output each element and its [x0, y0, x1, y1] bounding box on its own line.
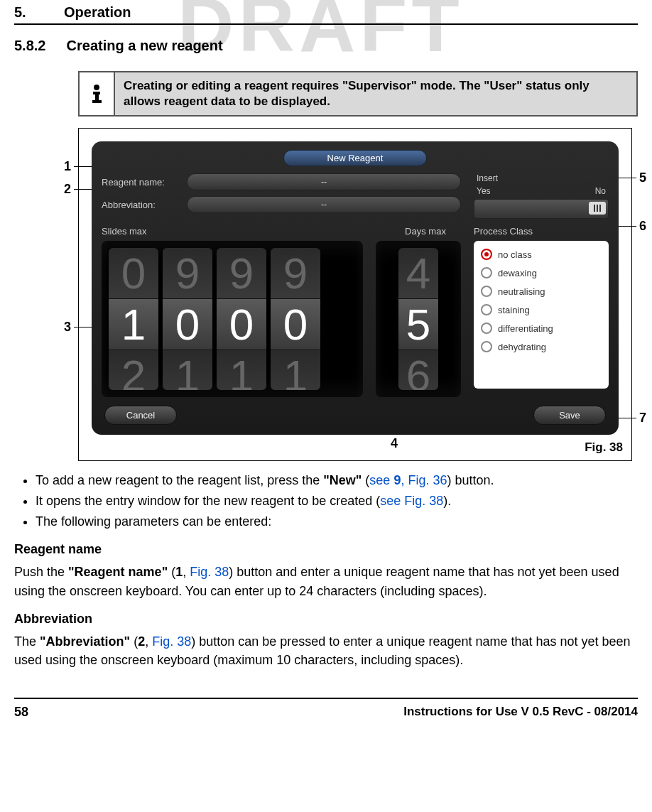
slides-max-picker[interactable]: 012 901 901 901	[102, 241, 363, 397]
days-max-label: Days max	[390, 226, 461, 237]
panel-title: New Reagent	[283, 150, 427, 166]
svg-point-0	[94, 85, 99, 90]
process-class-option[interactable]: neutralising	[478, 282, 604, 301]
radio-icon	[481, 249, 492, 260]
cross-reference[interactable]: Fig. 38	[190, 565, 229, 579]
days-max-picker[interactable]: 456	[376, 241, 461, 397]
process-class-option[interactable]: no class	[478, 245, 604, 264]
page-footer: 58 Instructions for Use V 0.5 RevC - 08/…	[14, 698, 638, 731]
svg-rect-3	[92, 100, 102, 103]
insert-toggle[interactable]	[474, 199, 609, 219]
figure-frame: New Reagent Reagent name: -- Abbreviatio…	[78, 128, 632, 461]
cross-reference[interactable]: see 9, Fig. 36	[369, 473, 447, 487]
toggle-handle-icon	[589, 202, 606, 215]
svg-rect-2	[95, 92, 99, 102]
new-reagent-panel: New Reagent Reagent name: -- Abbreviatio…	[92, 141, 619, 435]
abbreviation-label: Abbreviation:	[102, 200, 180, 210]
subsection-heading: 5.8.2 Creating a new reagent	[14, 38, 638, 54]
body-paragraph: Push the "Reagent name" (1, Fig. 38) but…	[14, 563, 638, 600]
subsection-number: 5.8.2	[14, 38, 63, 54]
save-button[interactable]: Save	[533, 406, 606, 425]
subsection-title: Creating a new reagent	[67, 38, 223, 53]
figure-caption: Fig. 38	[585, 440, 623, 455]
chapter-title: Operation	[64, 4, 131, 21]
body-paragraph: The "Abbreviation" (2, Fig. 38) button c…	[14, 632, 638, 669]
process-class-label: Process Class	[474, 226, 609, 237]
page-number: 58	[14, 705, 28, 720]
info-icon	[78, 71, 115, 117]
process-class-option[interactable]: dehydrating	[478, 337, 604, 356]
radio-icon	[481, 267, 492, 278]
paragraph-heading: Abbreviation	[14, 612, 638, 627]
cross-reference[interactable]: Fig. 38	[152, 634, 191, 649]
chapter-number: 5.	[14, 4, 64, 21]
radio-icon	[481, 286, 492, 297]
info-text: Creating or editing a reagent requires "…	[115, 71, 638, 117]
insert-no-label: No	[595, 186, 606, 196]
radio-icon	[481, 341, 492, 352]
list-item: It opens the entry window for the new re…	[36, 492, 638, 510]
cross-reference[interactable]: see Fig. 38	[380, 494, 443, 508]
process-class-option[interactable]: dewaxing	[478, 264, 604, 282]
list-item: To add a new reagent to the reagent list…	[36, 471, 638, 489]
reagent-name-input[interactable]: --	[187, 173, 461, 190]
reagent-name-label: Reagent name:	[102, 177, 180, 188]
abbreviation-input[interactable]: --	[187, 196, 461, 213]
cancel-button[interactable]: Cancel	[104, 406, 177, 425]
radio-icon	[481, 323, 492, 334]
footer-doc-title: Instructions for Use V 0.5 RevC - 08/201…	[403, 705, 638, 720]
process-class-option[interactable]: differentiating	[478, 319, 604, 337]
paragraph-heading: Reagent name	[14, 542, 638, 557]
list-item: The following parameters can be entered:	[36, 512, 638, 531]
slides-max-label: Slides max	[102, 226, 377, 237]
radio-icon	[481, 304, 492, 315]
process-class-list: no class dewaxing neutralising staining …	[474, 241, 609, 389]
process-class-option[interactable]: staining	[478, 301, 604, 319]
insert-label: Insert	[477, 173, 498, 183]
bullet-list: To add a new reagent to the reagent list…	[36, 471, 638, 531]
info-note: Creating or editing a reagent requires "…	[78, 71, 638, 117]
insert-yes-label: Yes	[477, 186, 491, 196]
chapter-header: 5. Operation	[14, 0, 638, 25]
